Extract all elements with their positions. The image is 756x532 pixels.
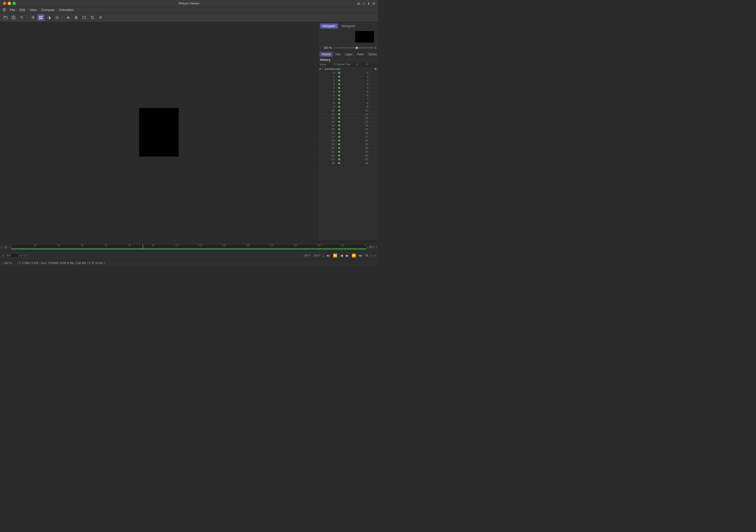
history-row[interactable]: 11 11: [318, 113, 378, 116]
status-left-arrow[interactable]: ‹: [2, 262, 3, 265]
transport-frame-start[interactable]: [6, 253, 18, 258]
maximize-button[interactable]: [13, 2, 16, 5]
step-forward-button[interactable]: ⏩: [351, 253, 357, 258]
tab-navigator[interactable]: Navigator: [320, 24, 338, 29]
minimize-button[interactable]: [8, 2, 11, 5]
col-rendertime: Render Time: [337, 63, 357, 66]
tab-history[interactable]: History: [320, 52, 333, 57]
external-icon[interactable]: ⤢: [362, 2, 365, 6]
history-row[interactable]: 23 23: [318, 158, 378, 161]
history-dot-green: [338, 158, 340, 160]
history-scrollbar[interactable]: [318, 241, 378, 242]
history-row[interactable]: 24 24: [318, 161, 378, 165]
svg-rect-5: [40, 18, 40, 19]
transport-right-arrow[interactable]: ›: [19, 253, 23, 258]
history-row[interactable]: 2 2: [318, 79, 378, 82]
history-file-row: ▶ □ preview.mp4: [318, 67, 378, 71]
history-row[interactable]: 4 4: [318, 86, 378, 90]
download-icon[interactable]: ⬇: [367, 2, 370, 6]
history-dot-green: [338, 76, 340, 78]
tab-filter[interactable]: Filter: [355, 52, 366, 57]
history-list: 0 0 1 1 2 2 3 3 4: [318, 71, 378, 241]
undo-button[interactable]: [18, 14, 25, 21]
transport-left-arrow[interactable]: ‹: [2, 253, 5, 258]
timeline-expand-left[interactable]: ›: [9, 245, 11, 249]
transport-right-end-arrow[interactable]: ›: [373, 253, 376, 258]
history-row[interactable]: 6 6: [318, 94, 378, 97]
titlebar-actions: ⊞ ⤢ ⬇ ⚙: [357, 2, 375, 6]
history-row[interactable]: 0 0: [318, 71, 378, 75]
split-button[interactable]: ⊟: [53, 14, 60, 21]
skip-to-end-button[interactable]: ⏭: [358, 253, 364, 258]
close-button[interactable]: [3, 2, 6, 5]
history-row[interactable]: 3 3: [318, 82, 378, 86]
svg-rect-3: [40, 16, 40, 17]
timeline-right-arrow-2[interactable]: ›: [376, 245, 377, 249]
play-back-button[interactable]: ◀: [339, 253, 344, 258]
history-row[interactable]: 16 16: [318, 131, 378, 135]
svg-rect-7: [83, 16, 86, 18]
text-b-button[interactable]: B: [73, 14, 80, 21]
zoom-increase-button[interactable]: ›: [334, 46, 336, 50]
tab-info[interactable]: Info: [333, 52, 342, 57]
step-back-button[interactable]: ⏪: [332, 253, 338, 258]
collapse-icon[interactable]: ▶: [320, 68, 321, 70]
history-row[interactable]: 17 17: [318, 135, 378, 139]
zoom-dropdown[interactable]: ▾: [375, 46, 376, 50]
crop-button[interactable]: [89, 14, 96, 21]
settings-button[interactable]: ⚙: [29, 14, 36, 21]
history-row[interactable]: 20 20: [318, 146, 378, 150]
history-row[interactable]: 13 13: [318, 120, 378, 124]
text-a-button[interactable]: A: [65, 14, 72, 21]
titlebar: Picture Viewer ⊞ ⤢ ⬇ ⚙: [0, 0, 378, 7]
skip-to-start-button[interactable]: ⏮: [325, 253, 331, 258]
rect-button[interactable]: [81, 14, 88, 21]
timeline-right-arrow-1[interactable]: ‹: [367, 245, 368, 249]
history-row[interactable]: 12 12: [318, 116, 378, 120]
history-row[interactable]: 22 22: [318, 154, 378, 158]
history-row[interactable]: 1 1: [318, 75, 378, 79]
open-folder-button[interactable]: [2, 14, 9, 21]
transport-frame-mid: 0 F: [23, 254, 27, 257]
zoom-decrease-button[interactable]: ‹: [320, 46, 322, 50]
timeline-track[interactable]: 0163248648096112128144160176192208224240: [11, 244, 366, 249]
history-row[interactable]: 7 7: [318, 97, 378, 101]
zoom-slider[interactable]: [337, 47, 374, 48]
menu-edit[interactable]: Edit: [17, 8, 27, 12]
timeline-left-arrow[interactable]: ‹: [1, 245, 2, 249]
play-forward-button[interactable]: ▶: [345, 253, 350, 258]
grid-button[interactable]: [37, 14, 44, 21]
history-row[interactable]: 18 18: [318, 139, 378, 142]
tab-histogram[interactable]: Histogram: [339, 24, 358, 29]
history-row[interactable]: 21 21: [318, 150, 378, 154]
settings-icon[interactable]: ⚙: [372, 2, 375, 6]
history-row[interactable]: 14 14: [318, 124, 378, 128]
layout-icon[interactable]: ⊞: [357, 2, 360, 6]
history-row[interactable]: 9 9: [318, 105, 378, 109]
status-right-arrow[interactable]: ›: [17, 262, 18, 265]
loop-button[interactable]: ⟳: [364, 253, 369, 258]
save-button[interactable]: [10, 14, 17, 21]
menu-animation[interactable]: Animation: [57, 8, 76, 12]
svg-rect-6: [41, 18, 42, 19]
hamburger-menu[interactable]: ☰: [1, 7, 7, 13]
status-dropdown-arrow[interactable]: ▾: [19, 261, 21, 265]
history-row[interactable]: 19 19: [318, 142, 378, 146]
transport-area: ‹ › 0 F 240 F 240 F | ⏮ ⏪ ◀ ▶ ⏩ ⏭ ⟳ | ›: [0, 251, 378, 260]
history-dot-green: [338, 102, 340, 104]
rotate-button[interactable]: ⟲: [97, 14, 104, 21]
menu-view[interactable]: View: [28, 8, 39, 12]
history-row[interactable]: 10 10: [318, 109, 378, 113]
tab-layer[interactable]: Layer: [343, 52, 354, 57]
history-row[interactable]: 15 15: [318, 128, 378, 131]
history-row[interactable]: 5 5: [318, 90, 378, 94]
timeline-playhead[interactable]: [143, 244, 143, 249]
history-dot-green: [338, 121, 340, 123]
navigator-thumbnail: [355, 31, 374, 42]
history-row[interactable]: 8 8: [318, 101, 378, 105]
tab-stereo[interactable]: Stereo: [366, 52, 378, 57]
menu-compare[interactable]: Compare: [39, 8, 56, 12]
history-dot-green: [338, 83, 340, 85]
menu-file[interactable]: File: [8, 8, 17, 12]
brightness-button[interactable]: ◑: [45, 14, 52, 21]
